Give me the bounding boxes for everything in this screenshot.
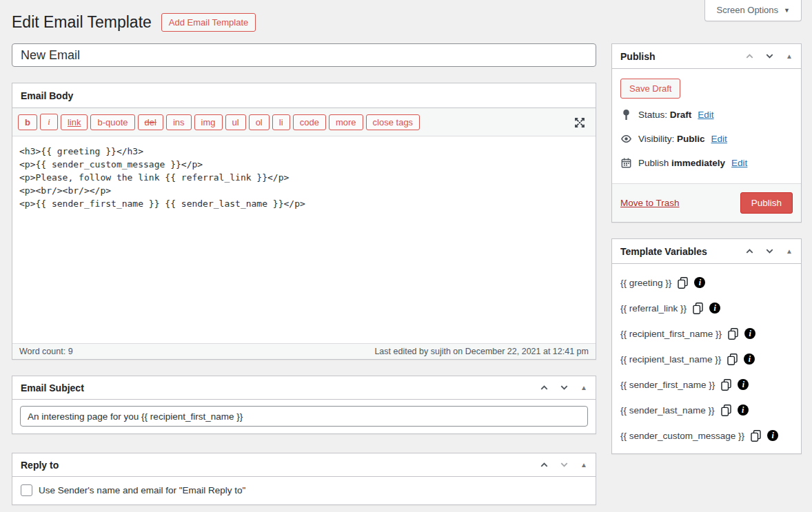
editor-statusbar: Word count: 9 Last edited by sujith on D… xyxy=(12,343,596,359)
info-icon[interactable]: i xyxy=(709,303,720,314)
variable-name: {{ sender_custom_message }} xyxy=(620,431,744,441)
publish-title: Publish xyxy=(620,52,656,61)
publish-header: Publish ▲ xyxy=(612,44,801,69)
info-icon[interactable]: i xyxy=(694,277,705,288)
copy-icon[interactable] xyxy=(720,378,733,391)
template-variables-title: Template Variables xyxy=(620,247,707,256)
reply-to-header: Reply to ▲ xyxy=(12,453,596,477)
info-icon[interactable]: i xyxy=(767,430,778,441)
email-body-header: Email Body xyxy=(12,83,596,108)
copy-icon[interactable] xyxy=(691,302,704,315)
email-body-editor[interactable]: <h3>{{ greeting }}</h3><p>{{ sender_cust… xyxy=(12,136,596,343)
visibility-text: Visibility: Public xyxy=(638,134,705,144)
template-variables-body: {{ greeting }} i {{ referral_link }} i {… xyxy=(612,264,801,453)
template-title-input[interactable] xyxy=(12,43,596,67)
status-row: Status: Draft Edit xyxy=(620,103,793,127)
template-variables-box: Template Variables ▲ {{ greeting }} i {{… xyxy=(611,238,802,454)
move-down-icon[interactable] xyxy=(558,382,570,394)
reply-to-body: Use Sender's name and email for "Email R… xyxy=(12,477,596,504)
editor-line: <p>{{ sender_custom_message }}</p> xyxy=(19,158,589,171)
info-icon[interactable]: i xyxy=(744,328,755,339)
move-to-trash-link[interactable]: Move to Trash xyxy=(620,198,680,208)
word-count: Word count: 9 xyxy=(19,347,73,356)
variable-name: {{ greeting }} xyxy=(620,278,671,288)
edit-status-link[interactable]: Edit xyxy=(698,110,713,120)
save-draft-button[interactable]: Save Draft xyxy=(620,79,680,99)
copy-icon[interactable] xyxy=(720,404,733,417)
publish-footer: Move to Trash Publish xyxy=(612,183,801,222)
copy-icon[interactable] xyxy=(749,429,762,442)
del-button[interactable]: del xyxy=(138,114,163,130)
email-subject-title: Email Subject xyxy=(21,383,84,393)
info-icon[interactable]: i xyxy=(738,405,749,416)
copy-icon[interactable] xyxy=(727,327,740,340)
fullscreen-icon[interactable] xyxy=(574,116,586,129)
blockquote-button[interactable]: b-quote xyxy=(90,114,134,130)
move-up-icon[interactable] xyxy=(743,50,755,63)
template-variable-row: {{ sender_first_name }} i xyxy=(620,375,793,394)
editor-line: <h3>{{ greeting }}</h3> xyxy=(19,145,589,158)
bold-button[interactable]: b xyxy=(18,114,37,130)
ul-button[interactable]: ul xyxy=(225,114,246,130)
schedule-text: Publish immediately xyxy=(638,158,725,168)
ins-button[interactable]: ins xyxy=(166,114,192,130)
more-button[interactable]: more xyxy=(329,114,363,130)
move-up-icon[interactable] xyxy=(743,245,755,258)
email-subject-input[interactable] xyxy=(20,406,588,427)
template-variable-row: {{ recipient_first_name }} i xyxy=(620,324,793,343)
calendar-icon xyxy=(620,157,632,169)
screen-options-button[interactable]: Screen Options ▼ xyxy=(704,0,802,21)
copy-icon[interactable] xyxy=(676,276,689,289)
code-button[interactable]: code xyxy=(293,114,326,130)
screen-options-label: Screen Options xyxy=(716,5,778,15)
reply-to-title: Reply to xyxy=(21,460,59,470)
collapse-toggle-icon[interactable]: ▲ xyxy=(580,461,587,469)
status-text: Status: Draft xyxy=(638,110,691,120)
move-down-icon[interactable] xyxy=(763,245,775,258)
info-icon[interactable]: i xyxy=(744,354,755,365)
img-button[interactable]: img xyxy=(194,114,223,130)
variable-name: {{ sender_last_name }} xyxy=(620,405,715,416)
collapse-toggle-icon[interactable]: ▲ xyxy=(786,52,793,60)
reply-to-box: Reply to ▲ Use Sender's name and email f… xyxy=(12,453,596,505)
variable-name: {{ referral_link }} xyxy=(620,303,687,314)
chevron-down-icon: ▼ xyxy=(784,7,790,14)
move-up-icon[interactable] xyxy=(538,382,550,394)
reply-to-checkbox-label[interactable]: Use Sender's name and email for "Email R… xyxy=(39,485,245,495)
info-icon[interactable]: i xyxy=(738,379,749,390)
move-up-icon[interactable] xyxy=(538,459,550,471)
quicktags-toolbar: b i link b-quote del ins img ul ol li co… xyxy=(12,108,596,136)
edit-schedule-link[interactable]: Edit xyxy=(731,158,747,168)
template-variable-row: {{ recipient_last_name }} i xyxy=(620,349,793,369)
edit-visibility-link[interactable]: Edit xyxy=(711,134,727,144)
ol-button[interactable]: ol xyxy=(249,114,270,130)
variable-name: {{ sender_first_name }} xyxy=(620,380,715,390)
schedule-row: Publish immediately Edit xyxy=(620,151,793,175)
publish-body: Save Draft Status: Draft Edit xyxy=(612,69,801,178)
move-down-icon[interactable] xyxy=(558,459,570,471)
reply-to-checkbox[interactable] xyxy=(21,484,32,496)
copy-icon[interactable] xyxy=(726,353,739,366)
main-column: Edit Email Template Add Email Template E… xyxy=(12,0,596,505)
collapse-toggle-icon[interactable]: ▲ xyxy=(786,247,793,255)
add-email-template-button[interactable]: Add Email Template xyxy=(161,13,256,32)
publish-button[interactable]: Publish xyxy=(740,192,793,214)
italic-button[interactable]: i xyxy=(40,114,58,130)
template-variables-header: Template Variables ▲ xyxy=(612,239,801,264)
link-button[interactable]: link xyxy=(61,114,88,130)
li-button[interactable]: li xyxy=(272,114,290,130)
visibility-row: Visibility: Public Edit xyxy=(620,127,793,151)
move-down-icon[interactable] xyxy=(763,50,775,63)
side-column: Publish ▲ Save Draft Status: Draft xyxy=(611,43,802,505)
close-tags-button[interactable]: close tags xyxy=(366,114,420,130)
editor-line: <p>{{ sender_first_name }} {{ sender_las… xyxy=(19,197,589,210)
editor-line: <p><br/><br/></p> xyxy=(19,184,589,197)
eye-icon xyxy=(620,133,632,145)
collapse-toggle-icon[interactable]: ▲ xyxy=(580,384,587,391)
email-subject-body xyxy=(12,400,596,433)
publish-box: Publish ▲ Save Draft Status: Draft xyxy=(611,43,802,223)
page-title-row: Edit Email Template Add Email Template xyxy=(12,0,596,43)
pin-icon xyxy=(620,109,632,121)
editor-line: <p>Please, follow the link {{ referral_l… xyxy=(19,171,589,184)
email-body-box: Email Body b i link b-quote del ins img … xyxy=(12,83,596,360)
